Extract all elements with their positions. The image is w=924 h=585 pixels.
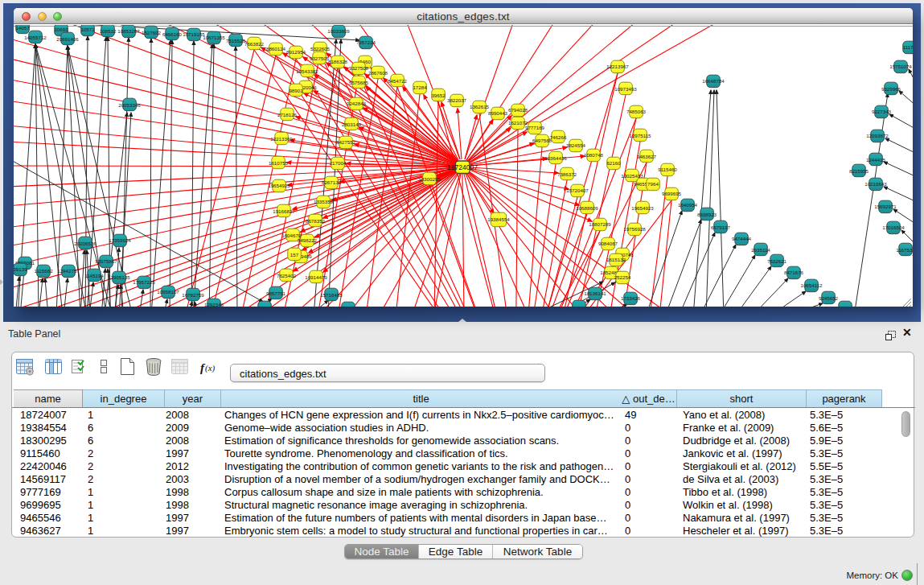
svg-text:16782759: 16782759: [182, 292, 204, 298]
svg-text:10688609: 10688609: [576, 205, 598, 211]
svg-text:5575685: 5575685: [349, 80, 369, 85]
svg-text:5322605: 5322605: [310, 46, 331, 51]
svg-text:8267130: 8267130: [322, 179, 342, 185]
svg-text:6466160: 6466160: [162, 31, 183, 37]
svg-text:20691406: 20691406: [56, 36, 79, 42]
svg-text:93975867: 93975867: [95, 258, 117, 264]
svg-text:9227343: 9227343: [872, 109, 892, 114]
svg-text:10973493: 10973493: [614, 86, 637, 92]
svg-text:217004: 217004: [330, 160, 347, 166]
svg-text:17016504: 17016504: [882, 225, 905, 230]
svg-text:7964: 7964: [647, 181, 659, 187]
svg-text:15716485: 15716485: [320, 292, 343, 298]
svg-text:9242843: 9242843: [347, 101, 367, 106]
svg-text:9245652: 9245652: [819, 295, 839, 301]
svg-text:1115682: 1115682: [34, 268, 53, 274]
svg-text:15751074: 15751074: [889, 64, 912, 69]
svg-text:8990443: 8990443: [488, 110, 508, 116]
svg-text:9857751: 9857751: [266, 290, 286, 296]
svg-text:1145194: 1145194: [84, 273, 104, 278]
svg-text:62160: 62160: [606, 160, 621, 166]
svg-text:19384554: 19384554: [487, 216, 510, 222]
svg-text:9699695: 9699695: [662, 191, 682, 196]
svg-text:1167533: 1167533: [896, 247, 913, 253]
svg-text:9327508: 9327508: [349, 65, 369, 71]
svg-text:(x): (x): [205, 363, 216, 373]
svg-text:10671355: 10671355: [203, 35, 225, 40]
svg-text:15720407: 15720407: [566, 187, 589, 193]
svg-text:10654112: 10654112: [800, 282, 823, 288]
svg-text:16914479: 16914479: [305, 274, 327, 280]
svg-text:1527602: 1527602: [142, 30, 162, 35]
svg-text:3822037: 3822037: [447, 97, 467, 103]
svg-text:19654923: 19654923: [631, 205, 654, 211]
svg-text:1080748: 1080748: [584, 152, 604, 158]
svg-text:10033809: 10033809: [327, 28, 350, 34]
svg-text:11172: 11172: [903, 44, 913, 50]
svg-text:10719155: 10719155: [183, 31, 205, 37]
svg-text:39652: 39652: [431, 93, 446, 98]
svg-text:1244415: 1244415: [866, 157, 886, 163]
svg-text:7632621: 7632621: [767, 258, 787, 264]
svg-text:10958107: 10958107: [157, 289, 179, 295]
svg-text:14055712: 14055712: [24, 35, 47, 40]
svg-text:10543382: 10543382: [296, 68, 318, 74]
svg-text:2718126: 2718126: [277, 112, 298, 117]
svg-text:2935114: 2935114: [751, 247, 770, 253]
svg-text:1733426: 1733426: [621, 295, 641, 301]
svg-text:7663822: 7663822: [244, 41, 265, 47]
svg-text:9115460: 9115460: [658, 167, 677, 172]
svg-text:746266: 746266: [550, 134, 567, 140]
svg-text:12213369: 12213369: [270, 136, 293, 142]
svg-text:9463627: 9463627: [637, 154, 657, 159]
svg-text:17359924: 17359924: [109, 237, 131, 243]
svg-text:9329966: 9329966: [881, 86, 901, 92]
svg-text:8938923: 8938923: [697, 212, 717, 217]
svg-text:10571: 10571: [80, 27, 95, 32]
svg-text:12905135: 12905135: [108, 274, 130, 280]
svg-text:8860124: 8860124: [266, 46, 286, 51]
svg-text:10853267: 10853267: [117, 28, 140, 34]
svg-text:8186328: 8186328: [328, 59, 348, 64]
svg-text:10210643: 10210643: [864, 181, 887, 187]
svg-text:12942757: 12942757: [57, 268, 80, 274]
svg-text:14057: 14057: [15, 25, 30, 31]
svg-text:98901: 98901: [289, 88, 303, 93]
svg-text:20691: 20691: [54, 27, 68, 32]
svg-text:9084067: 9084067: [598, 241, 618, 246]
svg-text:9327505: 9327505: [310, 56, 330, 61]
svg-text:6794028: 6794028: [508, 107, 528, 113]
svg-text:9777169: 9777169: [525, 125, 545, 130]
svg-text:8427552: 8427552: [336, 139, 356, 145]
svg-text:8471676: 8471676: [784, 270, 804, 275]
svg-text:9474444: 9474444: [732, 236, 752, 241]
svg-text:1615132: 1615132: [606, 257, 626, 262]
svg-text:1335359: 1335359: [314, 199, 334, 204]
svg-text:8912954: 8912954: [286, 49, 306, 55]
svg-text:39139: 39139: [14, 266, 27, 272]
svg-text:19756928: 19756928: [623, 226, 646, 232]
svg-text:12093872: 12093872: [866, 133, 889, 138]
svg-text:252254: 252254: [614, 274, 631, 280]
svg-text:8215955: 8215955: [849, 168, 869, 174]
svg-text:12975115: 12975115: [629, 133, 651, 138]
svg-text:12213967: 12213967: [606, 64, 629, 69]
svg-text:7485063: 7485063: [626, 109, 647, 114]
svg-text:18724007: 18724007: [447, 163, 478, 171]
svg-text:157: 157: [290, 252, 299, 257]
svg-text:3824554: 3824554: [566, 142, 586, 148]
svg-text:2867608: 2867608: [368, 70, 388, 76]
svg-text:6679197: 6679197: [711, 225, 731, 230]
svg-text:8454722: 8454722: [388, 78, 408, 84]
svg-text:2803144: 2803144: [342, 122, 362, 127]
svg-text:19166827: 19166827: [273, 208, 295, 214]
svg-text:20364436: 20364436: [544, 155, 567, 161]
svg-text:1610755: 1610755: [269, 160, 289, 166]
svg-text:7515526: 7515526: [226, 38, 246, 43]
svg-text:18300295: 18300295: [418, 176, 441, 182]
svg-text:1362615: 1362615: [470, 104, 490, 109]
svg-text:17957225: 17957225: [133, 279, 155, 285]
svg-text:8678352: 8678352: [306, 218, 326, 224]
svg-text:20206536: 20206536: [74, 241, 97, 246]
svg-text:1292346: 1292346: [204, 302, 224, 307]
